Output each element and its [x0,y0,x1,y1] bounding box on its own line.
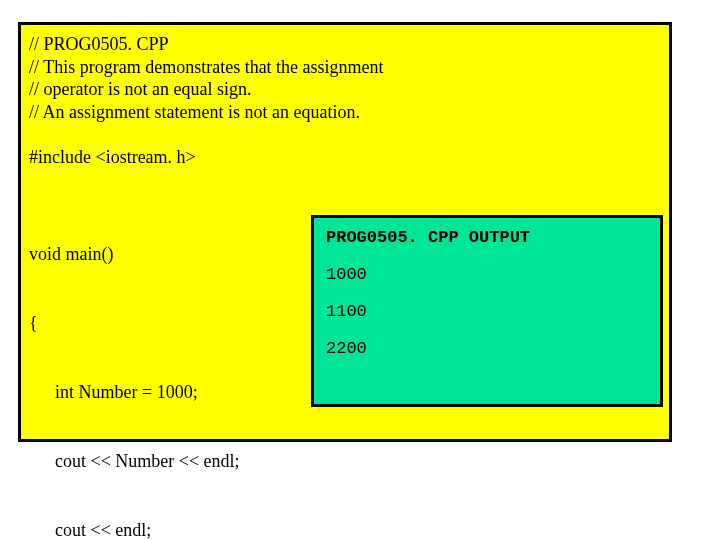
comment-line-2: // This program demonstrates that the as… [29,56,384,79]
slide-frame: // PROG0505. CPP // This program demonst… [18,22,672,442]
code-line-5: cout << endl; [29,519,275,540]
code-line-2: { [29,312,275,335]
comment-line-4: // An assignment statement is not an equ… [29,101,384,124]
output-box: PROG0505. CPP OUTPUT 1000 1100 2200 [311,215,663,407]
output-value-1: 1000 [326,265,648,284]
code-line-1: void main() [29,243,275,266]
comment-block: // PROG0505. CPP // This program demonst… [29,33,384,123]
comment-line-1: // PROG0505. CPP [29,33,384,56]
output-value-2: 1100 [326,302,648,321]
code-line-4: cout << Number << endl; [29,450,275,473]
include-line: #include <iostream. h> [29,147,196,168]
output-title: PROG0505. CPP OUTPUT [326,228,648,247]
comment-line-3: // operator is not an equal sign. [29,78,384,101]
code-block: void main() { int Number = 1000; cout <<… [29,197,275,540]
code-line-3: int Number = 1000; [29,381,275,404]
output-value-3: 2200 [326,339,648,358]
